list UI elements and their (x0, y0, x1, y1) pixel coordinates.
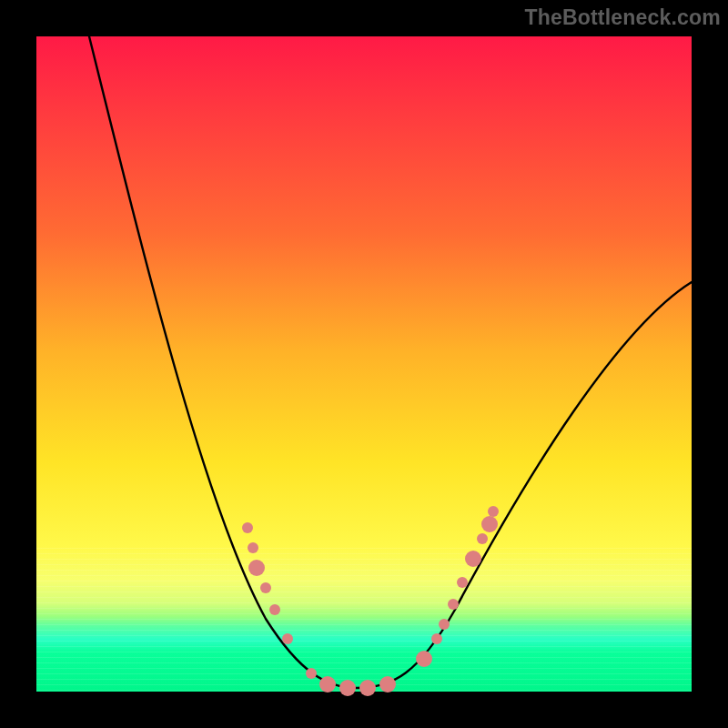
data-point (416, 651, 432, 667)
data-point (465, 551, 481, 567)
data-point (248, 560, 265, 576)
data-point (248, 542, 258, 553)
data-point (457, 577, 468, 588)
plot-area (36, 36, 692, 692)
data-point (477, 533, 488, 544)
data-point (439, 619, 450, 630)
data-point (242, 522, 253, 533)
data-point (319, 676, 336, 693)
data-point (379, 676, 396, 693)
bottleneck-curve (89, 36, 692, 688)
data-point (488, 506, 499, 517)
data-point (448, 599, 459, 610)
data-point (481, 516, 498, 532)
data-point (339, 680, 356, 696)
data-point (282, 633, 293, 644)
chart-frame: TheBottleneck.com (0, 0, 728, 728)
data-point (260, 582, 271, 593)
data-point (431, 633, 442, 644)
data-point (359, 680, 376, 696)
data-point (306, 668, 317, 679)
watermark-text: TheBottleneck.com (524, 5, 721, 30)
curve-svg (36, 36, 692, 692)
data-point (269, 604, 280, 615)
